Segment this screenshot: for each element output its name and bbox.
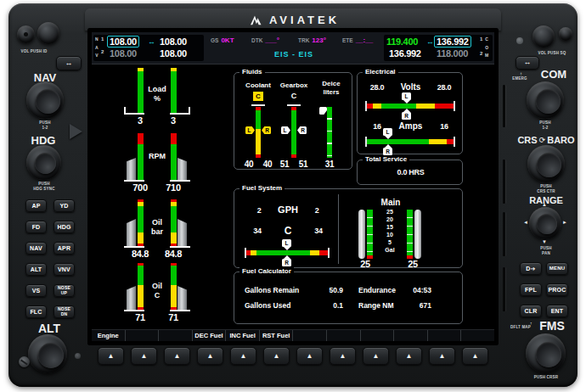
oil-pressure-left-pointer [127, 219, 136, 246]
softkey-button-2[interactable]: ▲ [131, 347, 157, 365]
rpm-right-pointer [177, 158, 187, 180]
hdg-push-label: PUSHHDG SYNC [22, 182, 66, 192]
volts-right-pointer: R [402, 112, 411, 120]
com-inner-knob[interactable] [536, 89, 561, 114]
fuel-qty-right-bar [407, 210, 413, 259]
com2-index: 2 [480, 51, 482, 56]
com-led [516, 37, 523, 44]
softkey-button-5[interactable]: ▲ [230, 347, 256, 365]
fms-inner-knob[interactable] [536, 342, 561, 367]
range-joystick[interactable] [537, 214, 557, 234]
apr-button[interactable]: APR [54, 242, 75, 255]
softkey-button-11[interactable]: ▲ [429, 347, 455, 365]
fpl-button[interactable]: FPL [520, 283, 542, 296]
alt-knob-label: ALT [27, 322, 71, 335]
softkey-button-10[interactable]: ▲ [396, 347, 422, 365]
gearbox-label: Gearbox [273, 81, 314, 90]
com2-active-freq: 136.992 [389, 48, 421, 59]
fuel-temp-right-value: 34 [307, 227, 330, 235]
com-swap-arrow-icon: ↔ [426, 37, 434, 46]
oil-pressure-gauge-group: Oilbar 84.8 84.8 [100, 196, 223, 262]
rpm-left-value: 700 [122, 182, 158, 193]
fuel-calculator-panel: Fuel Calculator Gallons Remain 50.9 Gall… [234, 272, 463, 324]
softkey-button-9[interactable]: ▲ [363, 347, 389, 365]
alt-button[interactable]: ALT [25, 263, 47, 276]
nose-dn-button[interactable]: NOSE DN [54, 305, 75, 318]
com-sq-knob[interactable] [559, 27, 572, 41]
nav-button[interactable]: NAV [25, 242, 47, 255]
gallons-used-label: Gallons Used [245, 301, 290, 310]
nav-frequency-box: NAV 1 2 108.00 ↔ 108.00 108.00 108.00 [93, 35, 204, 61]
softkey-label-8 [327, 330, 361, 341]
com-volume-knob[interactable] [532, 25, 555, 48]
avionics-unit: AVIATEK NAV 1 2 108.00 ↔ 108.00 108.00 1… [0, 0, 586, 392]
softkey-label-10 [394, 330, 428, 341]
fuel-qty-left-value: 25 [353, 259, 377, 269]
hdg-knob-cap[interactable] [35, 153, 56, 174]
softkey-button-1[interactable]: ▲ [98, 347, 124, 365]
oil-temp-right-pointer [177, 286, 187, 310]
gearbox-right-pointer: R [297, 126, 307, 134]
fd-button[interactable]: FD [25, 221, 47, 233]
bezel-screw [19, 356, 30, 367]
softkey-label-6: RST Fuel [260, 330, 294, 341]
fuel-qty-left-pointer-tube [358, 210, 365, 259]
crs-push-label: PUSHCRS CTR [527, 184, 566, 194]
softkey-button-12[interactable]: ▲ [462, 347, 488, 365]
com-knob-label: COM [535, 68, 572, 81]
gearbox-status: C [289, 92, 299, 101]
deice-pointer [319, 107, 327, 115]
softkey-button-6[interactable]: ▲ [263, 347, 290, 365]
crs-inner-knob[interactable] [537, 153, 561, 177]
alt-inner-knob[interactable] [38, 343, 64, 368]
volts-left-value: 28.0 [364, 83, 390, 92]
ent-button[interactable]: ENT [546, 305, 568, 317]
amps-gauge [367, 139, 454, 144]
menu-button[interactable]: MENU [546, 262, 568, 275]
load-left-bar [138, 68, 144, 113]
rpm-label: RPM [144, 152, 170, 161]
nose-up-button[interactable]: NOSE UP [54, 284, 75, 297]
oil-temp-right-value: 71 [155, 312, 191, 322]
yd-button[interactable]: YD [54, 199, 75, 212]
softkey-label-3 [159, 330, 193, 341]
clr-button[interactable]: CLR [520, 305, 542, 317]
nav-vol-label: VOL PUSH ID [12, 49, 56, 54]
com-vol-label: VOL PUSH SQ [530, 51, 574, 56]
nav-id-knob[interactable] [37, 22, 59, 44]
hdg-button[interactable]: HDG [54, 221, 75, 233]
nav-inner-knob[interactable] [36, 89, 60, 114]
fuel-temp-left-pointer: L [282, 239, 291, 247]
softkey-label-7 [293, 330, 327, 341]
alt-knob-led [75, 353, 81, 359]
deice-bar [327, 107, 332, 158]
softkey-label-11 [428, 330, 462, 341]
gallons-remain-label: Gallons Remain [245, 286, 299, 294]
nav2-standby-freq: 108.00 [110, 48, 137, 59]
coolant-bar [256, 107, 261, 158]
fuel-temp-right-pointer: R [282, 259, 291, 266]
direct-to-button[interactable]: D➔ [520, 262, 542, 275]
vs-button[interactable]: VS [25, 284, 47, 297]
fuel-qty-scale: 25 20 15 10 5 Gal [378, 208, 402, 254]
flc-button[interactable]: FLC [25, 305, 47, 318]
softkey-button-7[interactable]: ▲ [296, 347, 323, 365]
groundspeed-readout: GS0KT [211, 36, 234, 44]
vnv-button[interactable]: VNV [54, 263, 75, 276]
nav-swap-arrow-icon: ↔ [148, 37, 155, 46]
card-slot [503, 85, 505, 127]
fuel-qty-left-bar [367, 210, 373, 259]
softkey-button-3[interactable]: ▲ [164, 347, 190, 365]
fuel-temp-label: C [275, 225, 301, 238]
gearbox-left-pointer: L [281, 126, 290, 134]
rpm-left-bar [138, 133, 144, 180]
com2-standby-freq: 118.000 [437, 48, 468, 59]
softkey-button-8[interactable]: ▲ [330, 347, 356, 365]
softkey-button-4[interactable]: ▲ [197, 347, 223, 365]
softkey-label-2 [126, 330, 160, 341]
volts-left-pointer: L [402, 92, 411, 100]
nav-swap-button[interactable]: ↔ [56, 56, 82, 70]
gph-right-value: 2 [307, 206, 326, 215]
proc-button[interactable]: PROC [546, 283, 568, 296]
ap-button[interactable]: AP [25, 199, 47, 212]
